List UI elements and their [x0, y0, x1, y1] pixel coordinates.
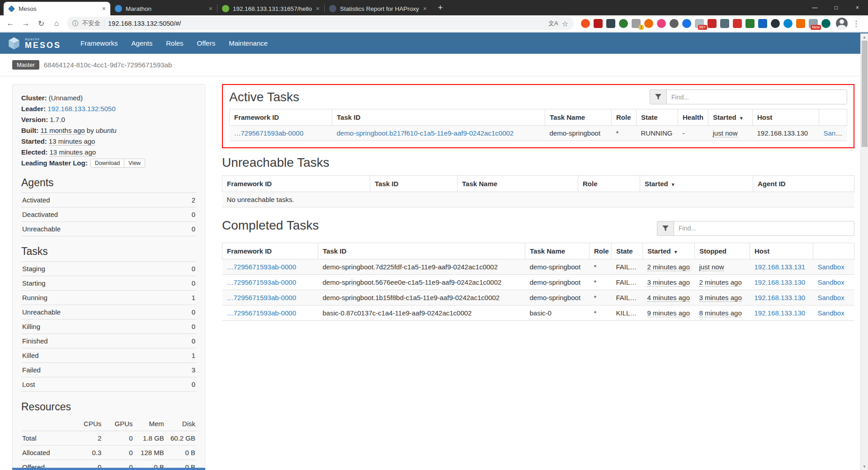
- extension-icon[interactable]: [720, 19, 729, 28]
- tab-marathon[interactable]: Marathon ×: [110, 2, 217, 15]
- framework-id-link[interactable]: …7295671593ab-0000: [227, 309, 296, 317]
- col-header-started[interactable]: Started ▼: [640, 176, 753, 192]
- extension-icon[interactable]: New: [809, 19, 818, 28]
- extension-icon[interactable]: [821, 19, 830, 28]
- nav-agents[interactable]: Agents: [125, 39, 160, 47]
- extension-icon[interactable]: [644, 19, 653, 28]
- close-tab-icon[interactable]: ×: [102, 5, 106, 12]
- extension-icon[interactable]: [733, 19, 742, 28]
- scrollbar-thumb[interactable]: [862, 41, 868, 147]
- tab-mesos[interactable]: Mesos ×: [4, 2, 110, 15]
- nav-roles[interactable]: Roles: [159, 39, 190, 47]
- home-button[interactable]: ⌂: [50, 17, 63, 30]
- close-tab-icon[interactable]: ×: [316, 5, 320, 12]
- col-header-task-name[interactable]: Task Name: [525, 243, 590, 259]
- active-tasks-find-input[interactable]: [666, 89, 847, 104]
- col-header-framework-id[interactable]: Framework ID: [222, 176, 370, 192]
- maximize-button[interactable]: □: [826, 0, 847, 15]
- col-header-task-name[interactable]: Task Name: [545, 109, 612, 126]
- mesos-logo[interactable]: Apache MESOS: [7, 37, 61, 50]
- minimize-button[interactable]: —: [804, 0, 826, 15]
- host-link[interactable]: 192.168.133.131: [755, 263, 806, 271]
- col-header-started[interactable]: Started ▼: [708, 109, 753, 126]
- host-link[interactable]: 192.168.133.130: [755, 309, 806, 317]
- stat-label: Unreachable: [21, 305, 175, 320]
- col-header-task-id[interactable]: Task ID: [318, 243, 525, 259]
- state-cell: KILLED: [612, 306, 643, 321]
- extension-icon[interactable]: [619, 19, 628, 28]
- framework-id-link[interactable]: …7295671593ab-0000: [234, 129, 303, 137]
- extension-icon[interactable]: 1: [632, 19, 641, 28]
- host-link[interactable]: 192.168.133.130: [755, 278, 806, 286]
- col-header-framework-id[interactable]: Framework ID: [222, 243, 318, 259]
- extension-icon[interactable]: [682, 19, 691, 28]
- task-id-cell: demo-springboot.5676ee0e-c1a5-11e9-aaf9-…: [318, 275, 525, 290]
- tab-hello-app[interactable]: 192.168.133.131:31657/hello ×: [217, 2, 324, 15]
- sandbox-link[interactable]: Sandbox: [818, 294, 844, 301]
- close-window-button[interactable]: ×: [847, 0, 868, 15]
- framework-id-link[interactable]: …7295671593ab-0000: [227, 278, 296, 286]
- col-header-agent-id[interactable]: Agent ID: [753, 176, 854, 192]
- sandbox-link[interactable]: Sandbox: [818, 263, 844, 271]
- col-header-task-id[interactable]: Task ID: [370, 176, 458, 192]
- forward-button[interactable]: →: [19, 17, 33, 30]
- col-header-host[interactable]: Host: [750, 243, 813, 259]
- extension-icon[interactable]: [657, 19, 666, 28]
- nav-offers[interactable]: Offers: [190, 39, 222, 47]
- extension-icon[interactable]: [708, 19, 717, 28]
- new-tab-button[interactable]: +: [434, 1, 447, 14]
- scroll-down-arrow[interactable]: ▼: [861, 463, 868, 470]
- bookmark-star-icon[interactable]: ☆: [562, 19, 568, 28]
- col-header-state[interactable]: State: [637, 109, 678, 126]
- extension-icon[interactable]: [783, 19, 793, 28]
- address-bar[interactable]: ⓘ 不安全 192.168.133.132:5050/#/ 文A ☆: [67, 17, 574, 30]
- extension-icon[interactable]: [796, 19, 805, 28]
- sandbox-link[interactable]: Sandbox: [818, 309, 844, 317]
- download-log-button[interactable]: Download: [90, 159, 125, 168]
- col-header-task-name[interactable]: Task Name: [458, 176, 578, 192]
- back-button[interactable]: ←: [4, 17, 17, 30]
- state-cell: FAILED: [612, 259, 643, 275]
- site-info-icon[interactable]: ⓘ: [72, 19, 79, 28]
- col-header-health[interactable]: Health: [678, 109, 708, 126]
- close-tab-icon[interactable]: ×: [209, 5, 212, 12]
- sandbox-link[interactable]: Sandbox: [818, 278, 844, 286]
- nav-frameworks[interactable]: Frameworks: [74, 39, 125, 47]
- extension-icon[interactable]: [594, 19, 603, 28]
- view-log-button[interactable]: View: [124, 159, 145, 168]
- task-id-link[interactable]: demo-springboot.b217f610-c1a5-11e9-aaf9-…: [337, 129, 514, 137]
- extension-icon[interactable]: [771, 19, 780, 28]
- leader-link[interactable]: 192.168.133.132:5050: [47, 105, 115, 113]
- close-tab-icon[interactable]: ×: [423, 5, 427, 12]
- col-header-task-id[interactable]: Task ID: [332, 109, 545, 126]
- col-header-framework-id[interactable]: Framework ID: [230, 109, 332, 126]
- stat-value: 0: [175, 305, 196, 320]
- sandbox-link[interactable]: Sandbox: [824, 129, 847, 137]
- extension-icon[interactable]: [670, 19, 679, 28]
- active-tasks-title: Active Tasks: [229, 90, 299, 104]
- reload-button[interactable]: ↻: [34, 17, 48, 30]
- tab-haproxy-stats[interactable]: Statistics Report for HAProxy ×: [325, 2, 431, 15]
- col-header-role[interactable]: Role: [578, 176, 640, 192]
- col-header-state[interactable]: State: [612, 243, 643, 259]
- extension-icon[interactable]: 99+: [695, 19, 704, 28]
- nav-maintenance[interactable]: Maintenance: [222, 39, 274, 47]
- host-link[interactable]: 192.168.133.130: [755, 294, 806, 301]
- extension-icon[interactable]: [745, 19, 755, 28]
- extension-icon[interactable]: [758, 19, 767, 28]
- profile-avatar[interactable]: [836, 18, 848, 29]
- col-header-role[interactable]: Role: [612, 109, 637, 126]
- col-header-role[interactable]: Role: [590, 243, 612, 259]
- extension-icon[interactable]: [581, 19, 590, 28]
- col-header-stopped[interactable]: Stopped: [695, 243, 750, 259]
- framework-id-link[interactable]: …7295671593ab-0000: [227, 294, 296, 301]
- col-header-started[interactable]: Started ▼: [643, 243, 695, 259]
- completed-tasks-find-input[interactable]: [674, 221, 854, 236]
- extension-icon[interactable]: [606, 19, 615, 28]
- framework-id-link[interactable]: …7295671593ab-0000: [227, 263, 296, 271]
- scroll-up-arrow[interactable]: ▲: [861, 33, 868, 41]
- browser-menu-icon[interactable]: ⋮: [852, 19, 860, 28]
- col-header-host[interactable]: Host: [753, 109, 819, 126]
- translate-icon[interactable]: 文A: [548, 19, 558, 28]
- role-cell: *: [590, 290, 612, 306]
